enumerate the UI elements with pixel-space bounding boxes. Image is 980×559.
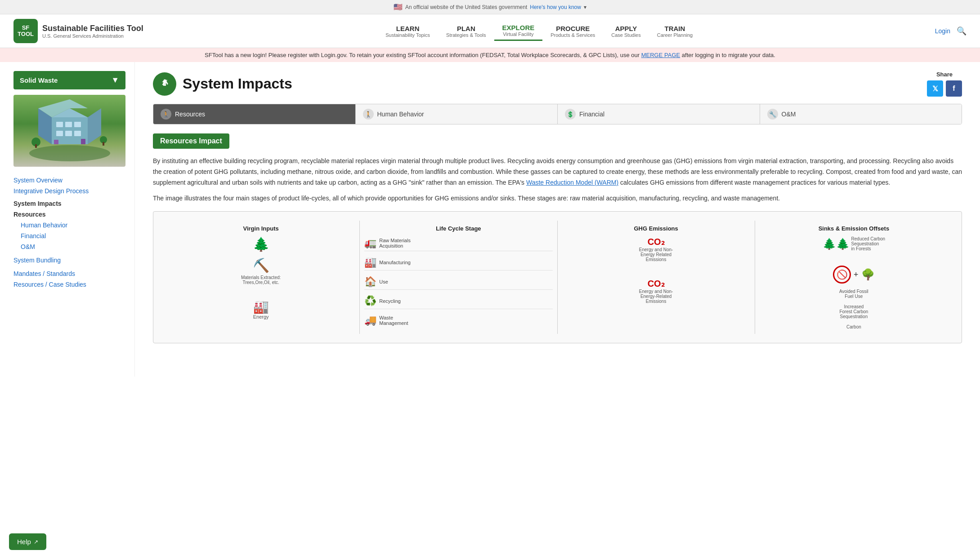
how-you-know-link[interactable]: Here's how you know xyxy=(530,4,581,10)
diagram-col-lifecycle: Life Cycle Stage 🚛 Raw MaterialsAcquisit… xyxy=(360,221,557,334)
energy-label: Energy xyxy=(253,314,269,319)
svg-rect-12 xyxy=(54,140,58,144)
share-area: Share 𝕏 f xyxy=(927,71,962,97)
page-icon xyxy=(153,72,176,96)
virgin-input-mining: ⛏️ Materials Extracted:Trees,Ore,Oil, et… xyxy=(241,257,281,285)
alert-bar: SFTool has a new login! Please register … xyxy=(0,48,980,62)
raw-materials-label: Raw MaterialsAcquisition xyxy=(379,238,411,248)
svg-rect-7 xyxy=(65,122,72,127)
truck-icon: 🚛 xyxy=(364,237,376,249)
sink-reduced-carbon: 🌲🌲 Reduced CarbonSequestrationin Forests xyxy=(823,236,886,251)
svg-rect-9 xyxy=(56,131,63,136)
co2-desc-2: Energy and Non-Energy-Related Emissions xyxy=(634,289,679,304)
financial-link[interactable]: Financial xyxy=(21,231,125,241)
gov-banner: 🇺🇸 An official website of the United Sta… xyxy=(0,0,980,14)
sidebar-item-om[interactable]: O&M xyxy=(13,241,125,252)
plus-icon: + xyxy=(854,270,859,280)
nav-plan[interactable]: PLAN Strategies & Tools xyxy=(438,22,494,40)
diagram-col-ghg: GHG Emissions CO₂ Energy and Non-Energy … xyxy=(558,221,755,334)
nav-train[interactable]: TRAIN Career Planning xyxy=(649,22,701,40)
lifecycle-title: Life Cycle Stage xyxy=(364,225,552,232)
sidebar-item-mandates[interactable]: Mandates / Standards xyxy=(13,268,125,279)
site-title: Sustainable Facilities Tool xyxy=(42,24,143,33)
content-area: System Impacts Share 𝕏 f 🚶 Resources xyxy=(135,62,980,377)
carbon-label: Carbon xyxy=(846,324,861,329)
tab-human-behavior-label: Human Behavior xyxy=(377,111,424,118)
system-bundling-link[interactable]: System Bundling xyxy=(13,255,125,266)
svg-rect-6 xyxy=(56,122,63,127)
lifecycle-recycling: ♻️ Recycling xyxy=(364,293,552,309)
sidebar-dropdown-label: Solid Waste xyxy=(20,76,58,84)
fossil-fuel-label: Avoided FossilFuel Use xyxy=(839,289,868,299)
twitter-share-button[interactable]: 𝕏 xyxy=(927,80,943,97)
tab-human-behavior[interactable]: 🚶 Human Behavior xyxy=(356,104,558,124)
sidebar-item-system-overview[interactable]: System Overview xyxy=(13,175,125,186)
mandates-link[interactable]: Mandates / Standards xyxy=(13,268,125,279)
facebook-share-button[interactable]: f xyxy=(946,80,962,97)
sidebar-item-integrative-design[interactable]: Integrative Design Process xyxy=(13,186,125,196)
nav-procure[interactable]: PROCURE Products & Services xyxy=(542,22,603,40)
integrative-design-link[interactable]: Integrative Design Process xyxy=(13,186,125,196)
login-link[interactable]: Login xyxy=(935,27,950,35)
waste-truck-icon: 🚚 xyxy=(364,315,376,326)
recycle-icon xyxy=(157,76,173,92)
svg-marker-3 xyxy=(88,108,101,144)
virgin-inputs-title: Virgin Inputs xyxy=(167,225,355,232)
tab-resources-label: Resources xyxy=(175,111,205,118)
waste-management-label: WasteManagement xyxy=(379,315,408,326)
warm-link[interactable]: Waste Reduction Model (WARM) xyxy=(526,179,618,186)
svg-rect-8 xyxy=(74,122,81,127)
facility-image xyxy=(13,95,125,167)
om-link[interactable]: O&M xyxy=(21,241,125,252)
tab-resources[interactable]: 🚶 Resources xyxy=(153,104,356,124)
use-icon: 🏠 xyxy=(364,276,376,288)
tab-financial-icon: 💲 xyxy=(565,109,576,120)
main-nav: LEARN Sustainability Topics PLAN Strateg… xyxy=(152,21,926,41)
factory-icon: 🏭 xyxy=(364,257,376,268)
search-button[interactable]: 🔍 xyxy=(957,26,967,36)
share-buttons: 𝕏 f xyxy=(927,80,962,97)
nav-learn[interactable]: LEARN Sustainability Topics xyxy=(377,22,438,40)
tab-resources-icon: 🚶 xyxy=(161,109,171,120)
facebook-icon: f xyxy=(953,84,955,93)
logo-text: Sustainable Facilities Tool U.S. General… xyxy=(42,24,143,39)
sidebar-item-financial[interactable]: Financial xyxy=(13,231,125,241)
forest-icon-1: 🌲🌲 xyxy=(823,238,850,250)
svg-point-0 xyxy=(29,145,110,161)
impact-paragraph-2: The image illustrates the four main stag… xyxy=(153,193,962,204)
impact-header: Resources Impact xyxy=(153,133,229,149)
diagram-grid: Virgin Inputs 🌲 ⛏️ Materials Extracted:T… xyxy=(162,221,953,334)
sidebar-section-system-impacts: System Impacts xyxy=(13,196,125,209)
virgin-inputs-items: 🌲 ⛏️ Materials Extracted:Trees,Ore,Oil, … xyxy=(167,236,355,319)
sidebar-item-resources-case-studies[interactable]: Resources / Case Studies xyxy=(13,279,125,290)
sidebar-item-human-behavior[interactable]: Human Behavior xyxy=(13,220,125,231)
human-behavior-link[interactable]: Human Behavior xyxy=(21,220,125,231)
header-right: Login 🔍 xyxy=(935,26,967,36)
sidebar-dropdown[interactable]: Solid Waste ▼ xyxy=(13,71,125,89)
site-subtitle: U.S. General Services Administration xyxy=(42,33,143,39)
tab-financial[interactable]: 💲 Financial xyxy=(558,104,760,124)
system-overview-link[interactable]: System Overview xyxy=(13,175,125,186)
tab-human-behavior-icon: 🚶 xyxy=(363,109,374,120)
virgin-input-trees: 🌲 xyxy=(253,236,269,252)
nav-apply[interactable]: APPLY Case Studies xyxy=(603,22,649,40)
manufacturing-label: Manufacturing xyxy=(379,260,411,265)
merge-page-link[interactable]: MERGE PAGE xyxy=(641,52,680,58)
sidebar-item-system-bundling[interactable]: System Bundling xyxy=(13,252,125,268)
sidebar-nav: System Overview Integrative Design Proce… xyxy=(13,175,125,290)
svg-rect-11 xyxy=(74,131,81,136)
diagram-col-sinks: Sinks & Emission Offsets 🌲🌲 Reduced Carb… xyxy=(755,221,953,334)
tab-om[interactable]: 🔧 O&M xyxy=(760,104,962,124)
resources-case-studies-link[interactable]: Resources / Case Studies xyxy=(13,279,125,290)
site-logo[interactable]: SFTOOL Sustainable Facilities Tool U.S. … xyxy=(13,19,143,43)
tab-om-icon: 🔧 xyxy=(767,109,778,120)
lifecycle-raw-materials: 🚛 Raw MaterialsAcquisition xyxy=(364,235,552,251)
site-header: SFTOOL Sustainable Facilities Tool U.S. … xyxy=(0,14,980,48)
ghg-title: GHG Emissions xyxy=(562,225,750,232)
dropdown-arrow-icon: ▾ xyxy=(584,4,586,10)
share-label: Share xyxy=(936,71,953,78)
page-title: System Impacts xyxy=(183,75,292,92)
nav-explore[interactable]: EXPLORE Virtual Facility xyxy=(494,21,543,41)
paragraph1-after: calculates GHG emissions from different … xyxy=(618,179,890,186)
facility-image-inner xyxy=(13,95,125,167)
